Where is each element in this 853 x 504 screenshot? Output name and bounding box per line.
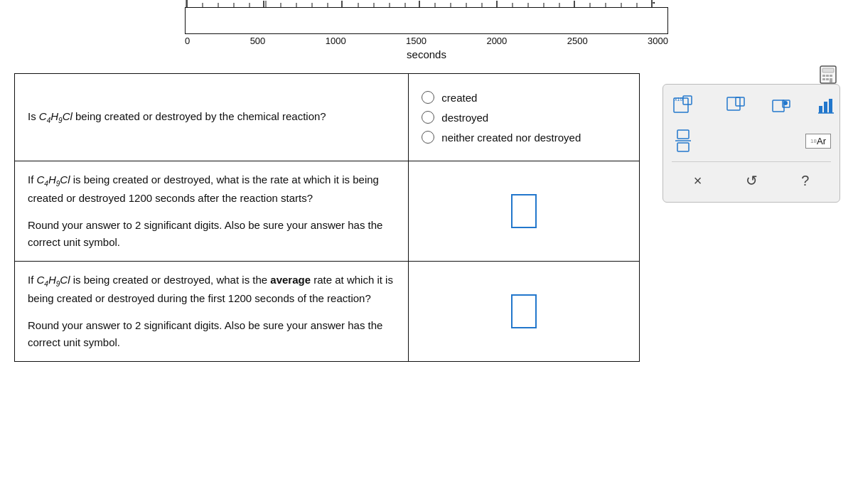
x-label-1000: 1000: [326, 36, 346, 46]
x10-icon-button[interactable]: x10: [672, 94, 702, 118]
help-icon: ?: [801, 173, 809, 188]
x-label-0: 0: [185, 36, 190, 46]
radio-circle-created[interactable]: [422, 91, 434, 104]
plain-square-icon-button[interactable]: [724, 95, 747, 117]
bold-average: average: [270, 274, 311, 286]
axis-ticks: [186, 0, 655, 8]
table-row: If C4H9Cl is being created or destroyed,…: [15, 161, 640, 262]
toolbar-top-row-1: x10: [672, 92, 831, 120]
dot-square-icon-button[interactable]: [770, 95, 793, 117]
svg-rect-38: [830, 75, 832, 77]
dot-square-icon: [771, 96, 791, 116]
ar-element-icon-button[interactable]: 18 Ar: [805, 134, 831, 149]
question-note-3: Round your answer to 2 significant digit…: [28, 317, 395, 351]
radio-circle-neither[interactable]: [422, 131, 434, 144]
svg-point-48: [783, 101, 788, 105]
x-label-500: 500: [250, 36, 266, 46]
answer-input-2[interactable]: [511, 194, 537, 228]
close-button[interactable]: ×: [687, 170, 709, 192]
help-button[interactable]: ?: [794, 170, 816, 192]
undo-button[interactable]: ↺: [739, 169, 765, 192]
chart-area: x 0 500 1000 1500 2000 2500 3000 seconds: [185, 7, 668, 60]
question-text-2: If C4H9Cl is being created or destroyed,…: [28, 171, 395, 207]
question-cell-1: Is C4H9Cl being created or destroyed by …: [15, 74, 409, 161]
fraction-icon-button[interactable]: [672, 127, 694, 154]
undo-icon: ↺: [746, 173, 758, 188]
ar-label: 18: [810, 138, 817, 144]
radio-option-created[interactable]: created: [422, 91, 626, 104]
bar-chart-icon-button[interactable]: [815, 95, 838, 117]
x10-icon: x10: [673, 95, 700, 117]
table-row: If C4H9Cl is being created or destroyed,…: [15, 262, 640, 362]
radio-circle-destroyed[interactable]: [422, 111, 434, 124]
question-text-1: Is C4H9Cl being created or destroyed by …: [28, 108, 395, 127]
radio-label-destroyed: destroyed: [441, 112, 488, 124]
x-label-2000: 2000: [486, 36, 507, 46]
chart-box: x: [185, 7, 668, 34]
answer-input-3[interactable]: [511, 294, 537, 328]
calculator-icon: [818, 65, 838, 85]
fraction-icon: [673, 129, 693, 153]
svg-rect-41: [830, 78, 832, 82]
radio-label-neither: neither created nor destroyed: [441, 132, 581, 144]
answer-cell-3[interactable]: [409, 262, 640, 362]
radio-option-destroyed[interactable]: destroyed: [422, 111, 626, 124]
svg-rect-54: [677, 130, 689, 139]
toolbar-widget: x10: [662, 84, 840, 203]
radio-option-neither[interactable]: neither created nor destroyed: [422, 131, 626, 144]
question-note-2: Round your answer to 2 significant digit…: [28, 217, 395, 251]
x-label-2500: 2500: [567, 36, 588, 46]
svg-rect-51: [824, 102, 827, 113]
svg-rect-39: [822, 78, 825, 80]
toolbar-bottom-row: × ↺ ?: [672, 161, 831, 192]
close-icon: ×: [694, 173, 702, 188]
formula-2: C4H9Cl: [37, 173, 70, 186]
toolbar-top-row-2: 18 Ar: [672, 127, 831, 154]
plain-square-icon: [726, 96, 746, 116]
svg-rect-45: [727, 97, 740, 110]
svg-rect-52: [829, 99, 832, 113]
svg-rect-43: [683, 96, 692, 104]
question-cell-2: If C4H9Cl is being created or destroyed,…: [15, 161, 409, 262]
svg-rect-50: [819, 106, 822, 113]
svg-rect-40: [826, 78, 829, 80]
ar-symbol: Ar: [817, 136, 826, 146]
formula-1: C4H9Cl: [39, 110, 73, 122]
question-cell-3: If C4H9Cl is being created or destroyed,…: [15, 262, 409, 362]
x-label-3000: 3000: [648, 36, 668, 46]
x-axis-label: seconds: [185, 48, 668, 60]
calculator-icon-button[interactable]: [818, 65, 838, 87]
svg-rect-35: [822, 68, 834, 73]
answer-cell-2[interactable]: [409, 161, 640, 262]
table-row: Is C4H9Cl being created or destroyed by …: [15, 74, 640, 161]
formula-3: C4H9Cl: [37, 274, 70, 286]
svg-rect-36: [822, 75, 825, 77]
radio-label-created: created: [441, 92, 477, 104]
main-table: Is C4H9Cl being created or destroyed by …: [14, 73, 640, 362]
x-label-1500: 1500: [406, 36, 426, 46]
bar-chart-icon: [817, 96, 837, 116]
answer-cell-1: created destroyed neither created nor de…: [409, 74, 640, 161]
svg-rect-56: [677, 143, 689, 151]
x-axis-labels: 0 500 1000 1500 2000 2500 3000: [185, 34, 668, 46]
svg-rect-37: [826, 75, 829, 77]
svg-text:x10: x10: [675, 97, 682, 102]
question-text-3: If C4H9Cl is being created or destroyed,…: [28, 272, 395, 307]
